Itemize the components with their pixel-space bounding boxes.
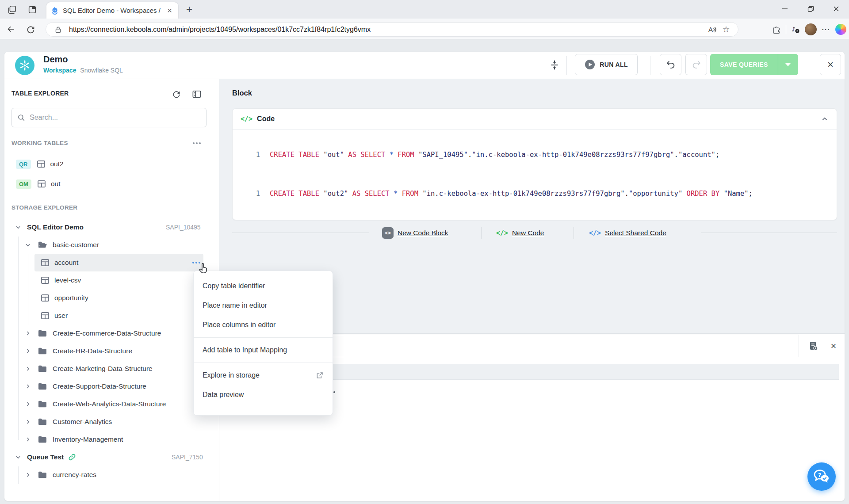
- browser-menu-icon[interactable]: ···: [819, 23, 833, 36]
- folder-icon: [38, 347, 47, 355]
- sql-code[interactable]: CREATE TABLE "out" AS SELECT * FROM "SAP…: [270, 151, 719, 159]
- workspace-header: Demo Workspace Snowflake SQL RUN ALL: [4, 52, 845, 79]
- menu-item-add-table-to-input-mapping[interactable]: Add table to Input Mapping: [194, 340, 333, 360]
- menu-item-place-columns-in-editor[interactable]: Place columns in editor: [194, 315, 333, 335]
- close-preview-icon[interactable]: ×: [826, 340, 841, 353]
- chevron-down-icon[interactable]: [24, 242, 31, 248]
- folder-row-open[interactable]: basic-customer: [24, 236, 99, 254]
- code-block-header[interactable]: </> Code: [233, 109, 837, 130]
- collapse-sidebar-icon[interactable]: [191, 88, 203, 100]
- folder-row[interactable]: Create-HR-Data-Structure: [24, 342, 132, 360]
- menu-item-explore-in-storage[interactable]: Explore in storage: [194, 366, 333, 385]
- profile-avatar[interactable]: [805, 23, 817, 35]
- undo-button[interactable]: [660, 54, 681, 75]
- favorite-star-icon[interactable]: ☆: [719, 23, 733, 36]
- menu-item-data-preview[interactable]: Data preview: [194, 385, 333, 405]
- folder-row[interactable]: Customer-Analytics: [24, 413, 112, 431]
- help-chat-button[interactable]: ?: [807, 462, 836, 491]
- table-tree-row[interactable]: user: [41, 307, 68, 325]
- close-workspace-button[interactable]: ×: [820, 54, 841, 75]
- sql-statement-line[interactable]: 1 CREATE TABLE "out2" AS SELECT * FROM "…: [233, 190, 753, 198]
- sql-code[interactable]: CREATE TABLE "out2" AS SELECT * FROM "in…: [270, 190, 753, 198]
- table-tree-row[interactable]: opportunity: [41, 289, 88, 307]
- folder-row[interactable]: currency-rates: [24, 466, 96, 484]
- sql-statement-line[interactable]: 1 CREATE TABLE "out" AS SELECT * FROM "S…: [233, 151, 719, 159]
- chevron-right-icon[interactable]: [24, 436, 31, 443]
- table-search[interactable]: [11, 108, 207, 127]
- chevron-right-icon[interactable]: [24, 348, 31, 354]
- code-icon: </>: [589, 229, 601, 237]
- refresh-icon[interactable]: [24, 23, 37, 35]
- tab-actions-icon[interactable]: [27, 4, 38, 15]
- folder-row[interactable]: Create-Marketing-Data-Structure: [24, 360, 153, 378]
- alias-badge: OM: [16, 179, 31, 189]
- chevron-right-icon[interactable]: [24, 472, 31, 478]
- chat-bubbles-icon: ?: [813, 469, 830, 484]
- collapse-editors-icon[interactable]: [549, 59, 560, 73]
- tree-guide: [18, 237, 19, 440]
- table-name: level-csv: [54, 276, 81, 284]
- table-tree-row[interactable]: account: [41, 254, 78, 271]
- redo-button[interactable]: [685, 54, 707, 75]
- menu-item-place-name-in-editor[interactable]: Place name in editor: [194, 296, 333, 315]
- folder-row[interactable]: Inventory-Management: [24, 431, 123, 448]
- save-queries-dropdown-button[interactable]: [778, 54, 798, 75]
- chevron-right-icon[interactable]: [24, 383, 31, 389]
- run-all-button[interactable]: RUN ALL: [575, 54, 638, 75]
- search-input[interactable]: [30, 114, 201, 122]
- working-table-row[interactable]: QR out2: [16, 155, 64, 173]
- workspaces-icon[interactable]: [6, 4, 18, 15]
- save-queries-button[interactable]: SAVE QUERIES: [710, 54, 778, 75]
- workspace-type-link[interactable]: Workspace: [43, 67, 76, 74]
- select-shared-code-link[interactable]: </> Select Shared Code: [589, 226, 666, 240]
- tree-guide: [18, 466, 19, 484]
- folder-row[interactable]: Create-E-commerce-Data-Structure: [24, 325, 161, 342]
- read-aloud-icon[interactable]: A: [706, 23, 719, 36]
- new-code-link[interactable]: </> New Code: [496, 226, 544, 240]
- window-close-button[interactable]: [823, 0, 849, 18]
- chevron-right-icon[interactable]: [24, 401, 31, 407]
- folder-name: currency-rates: [53, 471, 96, 479]
- collapse-chevron-up-icon[interactable]: [821, 115, 829, 123]
- url-bar[interactable]: https://connection.keboola.com/admin/pro…: [46, 22, 738, 37]
- folder-name: Customer-Analytics: [53, 418, 112, 426]
- window-restore-button[interactable]: [798, 0, 823, 18]
- chevron-right-icon[interactable]: [24, 419, 31, 425]
- play-icon: [585, 59, 595, 70]
- code-icon: </>: [241, 115, 252, 123]
- block-title: Block: [232, 89, 252, 97]
- extensions-icon[interactable]: [770, 23, 783, 36]
- new-code-block-link[interactable]: <> New Code Block: [382, 226, 448, 240]
- code-icon: </>: [496, 229, 508, 237]
- svg-text:A: A: [708, 26, 713, 33]
- folder-name: Create-Marketing-Data-Structure: [53, 365, 153, 373]
- refresh-tables-icon[interactable]: [171, 88, 182, 100]
- back-icon[interactable]: [4, 23, 18, 35]
- chevron-right-icon[interactable]: [24, 366, 31, 372]
- table-info-icon[interactable]: [806, 340, 821, 353]
- folder-name: Inventory-Management: [53, 435, 123, 443]
- table-icon: [41, 294, 49, 302]
- chevron-down-icon[interactable]: [15, 224, 22, 230]
- chevron-right-icon[interactable]: [24, 330, 31, 336]
- new-tab-button[interactable]: +: [183, 4, 195, 15]
- working-table-row[interactable]: OM out: [16, 175, 61, 193]
- media-controls-icon[interactable]: ♪: [789, 23, 802, 36]
- browser-tab[interactable]: SQL Editor Demo - Workspaces / ×: [46, 2, 178, 19]
- working-tables-menu-icon[interactable]: [191, 137, 203, 149]
- tab-close-icon[interactable]: ×: [165, 6, 174, 15]
- table-tree-row[interactable]: level-csv: [41, 271, 81, 289]
- working-table-name: out: [51, 180, 61, 188]
- copilot-icon[interactable]: [835, 24, 846, 35]
- code-block-name: Code: [257, 115, 821, 123]
- window-minimize-button[interactable]: [772, 0, 798, 18]
- lock-icon[interactable]: [51, 23, 65, 36]
- chevron-down-icon[interactable]: [15, 454, 22, 460]
- search-icon: [17, 114, 25, 122]
- folder-row[interactable]: Create-Web-Analytics-Data-Structure: [24, 395, 166, 413]
- external-link-icon: [316, 371, 324, 379]
- menu-item-copy-table-identifier[interactable]: Copy table identifier: [194, 276, 333, 296]
- table-icon: [41, 277, 49, 284]
- folder-row[interactable]: Create-Support-Data-Structure: [24, 378, 146, 395]
- url-text[interactable]: https://connection.keboola.com/admin/pro…: [69, 26, 706, 34]
